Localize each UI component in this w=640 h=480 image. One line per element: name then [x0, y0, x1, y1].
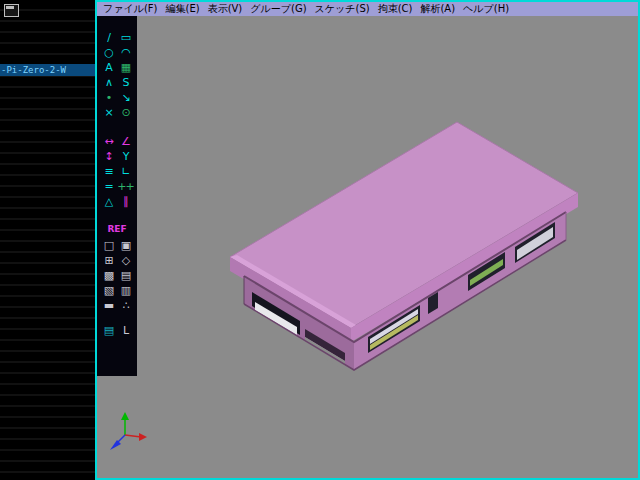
arc-tool-icon[interactable]: ◠	[117, 45, 134, 60]
menu-view[interactable]: 表示(V)	[204, 2, 247, 16]
reference-dimension-icon[interactable]: REF	[100, 223, 134, 236]
solid-box-icon[interactable]: □	[100, 238, 117, 253]
x-axis	[125, 435, 141, 437]
constraint-horizontal-icon[interactable]: =	[100, 179, 117, 194]
x-axis-arrow	[139, 433, 147, 441]
menu-analysis[interactable]: 解析(A)	[416, 2, 459, 16]
dimension-tool-group: ↔ ∠ ↕ Y ≡ ∟ = ++ △ ∥	[100, 134, 134, 209]
menu-constraint[interactable]: 拘束(C)	[374, 2, 417, 16]
case-model[interactable]	[230, 122, 578, 371]
solid-section-icon[interactable]: ▤	[117, 268, 134, 283]
line-tool-icon[interactable]: /	[100, 30, 117, 45]
trim-tool-icon[interactable]: ×	[100, 105, 117, 120]
constraint-coincident-icon[interactable]: ++	[117, 179, 134, 194]
solid-pattern-icon[interactable]: ▩	[100, 268, 117, 283]
image-tool-icon[interactable]: ▦	[117, 60, 134, 75]
polyline-tool-icon[interactable]: ∧	[100, 75, 117, 90]
draw-tool-group: / ▭ ○ ◠ A ▦ ∧ S • ↘	[100, 30, 134, 120]
solid-union-icon[interactable]: ⊞	[100, 253, 117, 268]
orientation-axes	[110, 412, 147, 450]
menu-edit[interactable]: 編集(E)	[162, 2, 204, 16]
corner-L-icon[interactable]: L	[117, 323, 134, 338]
offset-tool-icon[interactable]: ↘	[117, 90, 134, 105]
menu-group[interactable]: グループ(G)	[246, 2, 310, 16]
selected-file-item[interactable]: -Pi-Zero-2-W	[0, 64, 95, 76]
solid-shell-icon[interactable]: ▣	[117, 238, 134, 253]
sheet-icon[interactable]: ▤	[100, 323, 117, 338]
solid-tool-group: □ ▣ ⊞ ◇ ▩ ▤ ▧ ▥ ▬ ∴	[100, 238, 134, 313]
constraint-parallel-icon[interactable]: ≡	[100, 164, 117, 179]
text-tool-icon[interactable]: A	[100, 60, 117, 75]
constraint-symmetry-icon[interactable]: △	[100, 194, 117, 209]
panel-window-icon[interactable]	[4, 4, 19, 17]
screen: -Pi-Zero-2-W ファイル(F) 編集(E) 表示(V) グループ(G)…	[0, 0, 640, 480]
solid-plate-icon[interactable]: ▬	[100, 298, 117, 313]
tangent-circle-tool-icon[interactable]: ⊙	[117, 105, 134, 120]
constraint-equal-icon[interactable]: ∥	[117, 194, 134, 209]
viewport[interactable]	[97, 16, 638, 478]
rectangle-tool-icon[interactable]: ▭	[117, 30, 134, 45]
cad-window: ファイル(F) 編集(E) 表示(V) グループ(G) スケッチ(S) 拘束(C…	[95, 0, 640, 480]
constraint-perpendicular-icon[interactable]: ∟	[117, 164, 134, 179]
y-axis-arrow	[121, 412, 129, 420]
sheet-tool-group: ▤ L	[100, 323, 134, 338]
solid-hatch-icon[interactable]: ▧	[100, 283, 117, 298]
solid-split-icon[interactable]: ◇	[117, 253, 134, 268]
menu-sketch[interactable]: スケッチ(S)	[311, 2, 374, 16]
menu-help[interactable]: ヘルプ(H)	[459, 2, 513, 16]
file-list-panel: -Pi-Zero-2-W	[0, 0, 95, 480]
solid-vertex-icon[interactable]: ∴	[117, 298, 134, 313]
dimension-leader-icon[interactable]: Y	[117, 149, 134, 164]
dimension-angle-icon[interactable]: ∠	[117, 134, 134, 149]
tool-palette: / ▭ ○ ◠ A ▦ ∧ S • ↘	[97, 16, 137, 376]
solid-mesh-icon[interactable]: ▥	[117, 283, 134, 298]
point-tool-icon[interactable]: •	[100, 90, 117, 105]
dimension-vertical-icon[interactable]: ↕	[100, 149, 117, 164]
spline-tool-icon[interactable]: S	[117, 75, 134, 90]
circle-tool-icon[interactable]: ○	[100, 45, 117, 60]
dimension-linear-icon[interactable]: ↔	[100, 134, 117, 149]
menu-file[interactable]: ファイル(F)	[99, 2, 162, 16]
menu-bar: ファイル(F) 編集(E) 表示(V) グループ(G) スケッチ(S) 拘束(C…	[97, 2, 638, 16]
viewport-canvas[interactable]	[97, 16, 638, 478]
